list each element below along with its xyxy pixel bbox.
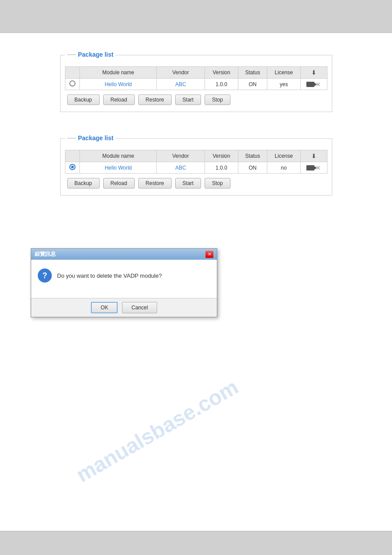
license-cell-1: yes <box>267 79 301 90</box>
version-cell-2: 1.0.0 <box>205 162 238 174</box>
dialog-title: 綜覽訊息 <box>35 250 56 258</box>
th-name-1: Module name <box>80 67 157 79</box>
watermark: manualsbase.com <box>72 375 242 487</box>
module-name-link-2[interactable]: Hello World <box>104 165 132 171</box>
table-row: Hello World ABC 1.0.0 ON yes ✕ <box>65 79 327 90</box>
th-actions-2: ⬇ <box>301 150 327 162</box>
reload-button-1[interactable]: Reload <box>103 94 135 105</box>
status-cell-1: ON <box>238 79 267 90</box>
th-status-2: Status <box>238 150 267 162</box>
title-line-1 <box>67 54 76 55</box>
module-name-cell-1: Hello World <box>80 79 157 90</box>
th-vendor-2: Vendor <box>157 150 205 162</box>
vendor-link-2[interactable]: ABC <box>175 165 186 171</box>
th-status-1: Status <box>238 67 267 79</box>
module-name-link-1[interactable]: Hello World <box>104 81 132 87</box>
package-table-2: Module name Vendor Version Status Licens… <box>65 150 327 174</box>
question-icon: ? <box>38 268 52 283</box>
top-bar <box>0 0 392 33</box>
panel-title-2: Package list <box>78 134 114 141</box>
dialog-cancel-button[interactable]: Cancel <box>122 302 157 313</box>
th-license-2: License <box>267 150 301 162</box>
dialog-footer: OK Cancel <box>31 298 217 317</box>
vendor-cell-1: ABC <box>157 79 205 90</box>
start-button-1[interactable]: Start <box>175 94 201 105</box>
th-name-2: Module name <box>80 150 157 162</box>
th-version-2: Version <box>205 150 238 162</box>
vendor-link-1[interactable]: ABC <box>175 81 186 87</box>
panel-title-bar-1: Package list <box>65 51 116 58</box>
dialog-message-row: ? Do you want to delete the VADP module? <box>38 268 210 283</box>
dialog-titlebar: 綜覽訊息 ✕ <box>31 249 217 260</box>
stop-button-2[interactable]: Stop <box>205 178 230 189</box>
package-panel-1: Package list Module name Vendor Version … <box>60 55 332 112</box>
action-cell-1: ✕ <box>301 79 327 90</box>
download-icon-2: ⬇ <box>311 152 316 160</box>
version-cell-1: 1.0.0 <box>205 79 238 90</box>
th-license-1: License <box>267 67 301 79</box>
dialog-close-button[interactable]: ✕ <box>205 251 213 258</box>
radio-cell-2[interactable] <box>65 162 80 174</box>
dialog-confirm-button[interactable]: OK <box>91 302 118 313</box>
th-actions-1: ⬇ <box>301 67 327 79</box>
table-header-row-1: Module name Vendor Version Status Licens… <box>65 67 327 79</box>
action-icons-2: ✕ <box>304 164 323 171</box>
radio-button-2[interactable] <box>69 164 76 170</box>
button-row-2: Backup Reload Restore Start Stop <box>65 178 327 189</box>
title-line-2 <box>67 138 76 138</box>
th-select-2 <box>65 150 80 162</box>
status-cell-2: ON <box>238 162 267 174</box>
start-button-2[interactable]: Start <box>175 178 201 189</box>
radio-cell-1[interactable] <box>65 79 80 90</box>
table-header-row-2: Module name Vendor Version Status Licens… <box>65 150 327 162</box>
table-row: Hello World ABC 1.0.0 ON no ✕ <box>65 162 327 174</box>
dialog-message: Do you want to delete the VADP module? <box>57 272 162 279</box>
panel-title-1: Package list <box>78 51 114 58</box>
panel-title-bar-2: Package list <box>65 134 116 141</box>
download-icon-1: ⬇ <box>311 69 316 76</box>
th-version-1: Version <box>205 67 238 79</box>
package-panel-2: Package list Module name Vendor Version … <box>60 138 332 196</box>
bottom-bar <box>0 531 392 555</box>
reload-button-2[interactable]: Reload <box>103 178 135 189</box>
camera-icon-1[interactable] <box>306 82 314 87</box>
stop-button-1[interactable]: Stop <box>205 94 230 105</box>
content-area: Package list Module name Vendor Version … <box>0 33 392 531</box>
button-row-1: Backup Reload Restore Start Stop <box>65 94 327 105</box>
module-name-cell-2: Hello World <box>80 162 157 174</box>
restore-button-2[interactable]: Restore <box>138 178 172 189</box>
action-icons-1: ✕ <box>304 81 323 88</box>
restore-button-1[interactable]: Restore <box>138 94 172 105</box>
th-vendor-1: Vendor <box>157 67 205 79</box>
license-cell-2: no <box>267 162 301 174</box>
package-table-1: Module name Vendor Version Status Licens… <box>65 66 327 90</box>
th-select-1 <box>65 67 80 79</box>
action-cell-2: ✕ <box>301 162 327 174</box>
vendor-cell-2: ABC <box>157 162 205 174</box>
camera-icon-2[interactable] <box>306 165 314 170</box>
backup-button-1[interactable]: Backup <box>67 94 100 105</box>
dialog-body: ? Do you want to delete the VADP module? <box>31 260 217 298</box>
delete-dialog: 綜覽訊息 ✕ ? Do you want to delete the VADP … <box>31 248 217 317</box>
radio-button-1[interactable] <box>69 80 76 87</box>
backup-button-2[interactable]: Backup <box>67 178 100 189</box>
